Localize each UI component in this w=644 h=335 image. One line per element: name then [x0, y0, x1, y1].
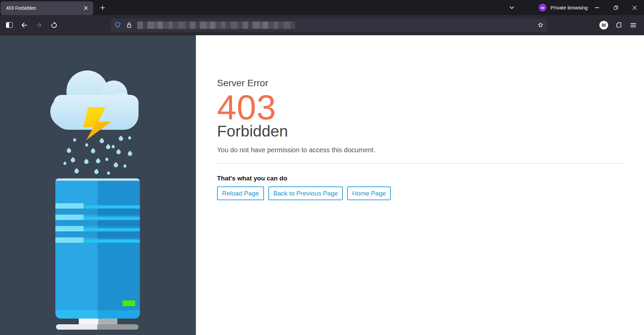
navigation-toolbar: M: [0, 15, 644, 35]
chevron-down-icon: [509, 5, 515, 10]
back-button[interactable]: [18, 19, 30, 31]
puzzle-piece-icon: [615, 21, 622, 29]
error-category: Server Error: [217, 78, 623, 89]
close-icon: [632, 5, 637, 10]
tab-403-forbidden[interactable]: 403 Forbidden: [1, 1, 93, 15]
page-viewport: Server Error 403 Forbidden You do not ha…: [0, 35, 644, 335]
url-bar[interactable]: [111, 18, 547, 32]
forward-button[interactable]: [33, 19, 45, 31]
error-code: 403: [217, 90, 623, 125]
extensions-button[interactable]: [612, 19, 625, 31]
error-content: Server Error 403 Forbidden You do not ha…: [196, 35, 644, 335]
restore-button[interactable]: [606, 0, 625, 15]
profile-avatar: M: [599, 21, 608, 30]
tab-bar: 403 Forbidden ∞ Private browsing: [0, 0, 644, 15]
divider: [217, 163, 623, 164]
server-led-indicator: [122, 300, 135, 306]
menu-button[interactable]: [627, 19, 639, 31]
restore-icon: [613, 5, 618, 10]
sidebar-toggle-button[interactable]: [3, 19, 15, 31]
hamburger-icon: [631, 23, 636, 27]
reload-button[interactable]: [48, 19, 60, 31]
error-illustration-panel: [0, 35, 196, 335]
close-window-button[interactable]: [625, 0, 644, 15]
list-all-tabs-button[interactable]: [506, 2, 517, 13]
tab-close-icon[interactable]: [82, 4, 90, 12]
plus-icon: [100, 5, 105, 10]
bookmark-star-button[interactable]: [535, 20, 545, 30]
back-arrow-icon: [20, 21, 28, 29]
star-icon: [537, 22, 544, 28]
private-browsing-label: Private browsing: [550, 5, 588, 10]
reload-icon: [50, 21, 57, 29]
account-button[interactable]: M: [598, 19, 610, 31]
server-base: [56, 324, 139, 330]
error-title: Forbidden: [217, 122, 623, 140]
server-pedestal: [79, 319, 117, 324]
back-to-previous-page-button[interactable]: Back to Previous Page: [268, 186, 343, 200]
lock-icon[interactable]: [126, 22, 132, 29]
action-buttons: Reload Page Back to Previous Page Home P…: [217, 186, 623, 200]
private-browsing-badge: ∞ Private browsing: [539, 4, 588, 11]
new-tab-button[interactable]: [97, 2, 108, 13]
forward-arrow-icon: [35, 21, 43, 29]
redacted-url: [137, 21, 300, 29]
home-page-button[interactable]: Home Page: [347, 186, 391, 200]
private-browsing-mask-icon: ∞: [539, 4, 546, 11]
sidebar-icon: [6, 22, 13, 28]
tracking-protection-shield-icon[interactable]: [114, 21, 121, 29]
minimize-button[interactable]: [588, 0, 606, 15]
reload-page-button[interactable]: Reload Page: [217, 186, 264, 200]
tab-title: 403 Forbidden: [6, 5, 82, 11]
server-tower-illustration: [55, 178, 140, 319]
error-message: You do not have permission to access thi…: [217, 145, 623, 155]
actions-heading: That's what you can do: [217, 175, 623, 182]
